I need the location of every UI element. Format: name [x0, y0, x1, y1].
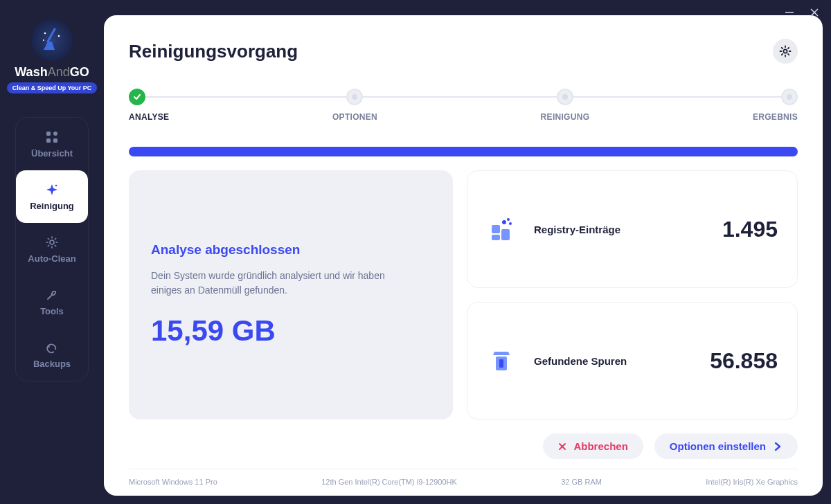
step-dot-icon	[781, 89, 798, 105]
stat-traces-card: Gefundene Spuren 56.858	[467, 302, 798, 420]
settings-button[interactable]	[773, 39, 798, 64]
sidebar-item-label: Auto-Clean	[28, 253, 75, 264]
footer-cpu: 12th Gen Intel(R) Core(TM) i9-12900HK	[321, 478, 457, 486]
analysis-headline: Analyse abgeschlossen	[151, 242, 431, 258]
step-progress: ANALYSE OPTIONEN REINIGUNG ERGEBNIS	[129, 89, 798, 122]
step-dot-icon	[346, 89, 363, 105]
sidebar-item-autoclean[interactable]: Auto-Clean	[16, 223, 88, 276]
stat-value: 56.858	[710, 348, 778, 374]
app-tagline: Clean & Speed Up Your PC	[7, 82, 98, 93]
close-icon	[558, 442, 566, 451]
svg-point-4	[44, 33, 46, 35]
step-analyse: ANALYSE	[129, 89, 169, 122]
broom-icon	[31, 19, 73, 61]
svg-rect-8	[53, 132, 57, 136]
step-label: ERGEBNIS	[753, 112, 798, 122]
svg-rect-14	[492, 225, 500, 233]
system-info-footer: Microsoft Windows 11 Pro 12th Gen Intel(…	[129, 469, 798, 486]
step-label: REINIGUNG	[541, 112, 590, 122]
svg-point-13	[783, 49, 787, 53]
step-options: OPTIONEN	[332, 89, 377, 122]
svg-rect-7	[46, 132, 51, 136]
sidebar-item-label: Backups	[33, 359, 71, 369]
wrench-icon	[45, 288, 59, 302]
footer-ram: 32 GB RAM	[561, 478, 602, 486]
svg-point-17	[502, 220, 506, 224]
gear-icon	[779, 45, 792, 57]
undo-icon	[45, 341, 59, 354]
svg-rect-16	[501, 229, 510, 240]
stat-value: 1.495	[722, 217, 778, 242]
step-cleaning: REINIGUNG	[541, 89, 590, 122]
footer-os: Microsoft Windows 11 Pro	[129, 478, 217, 486]
gear-icon	[45, 235, 59, 249]
chevron-right-icon	[773, 442, 783, 451]
button-label: Abbrechen	[573, 440, 627, 452]
dashboard-icon	[45, 130, 59, 144]
options-button[interactable]: Optionen einstellen	[654, 433, 798, 459]
close-button[interactable]	[809, 7, 820, 18]
svg-rect-9	[46, 138, 51, 143]
sidebar-item-overview[interactable]: Übersicht	[16, 118, 88, 170]
analysis-size: 15,59 GB	[151, 314, 431, 348]
sidebar-item-backups[interactable]: Backups	[16, 328, 88, 381]
step-label: ANALYSE	[129, 112, 169, 122]
footer-gpu: Intel(R) Iris(R) Xe Graphics	[706, 478, 798, 486]
sidebar-item-tools[interactable]: Tools	[16, 276, 88, 328]
step-result: ERGEBNIS	[753, 89, 798, 122]
page-title: Reinigungsvorgang	[129, 41, 298, 62]
svg-point-12	[50, 240, 54, 244]
sidebar-item-cleaning[interactable]: Reinigung	[16, 170, 88, 223]
app-title: WashAndGO	[15, 65, 89, 80]
analysis-summary-card: Analyse abgeschlossen Dein System wurde …	[129, 170, 453, 420]
svg-point-6	[43, 39, 44, 41]
svg-point-5	[58, 35, 60, 37]
svg-line-3	[48, 29, 55, 42]
stat-registry-card: Registry-Einträge 1.495	[467, 170, 798, 288]
svg-point-18	[507, 218, 510, 221]
svg-point-19	[509, 222, 512, 225]
step-label: OPTIONEN	[332, 112, 377, 122]
sidebar-item-label: Übersicht	[31, 148, 73, 159]
button-label: Optionen einstellen	[670, 440, 766, 452]
sidebar-item-label: Tools	[40, 306, 64, 316]
sidebar-item-label: Reinigung	[30, 201, 74, 211]
svg-rect-21	[499, 359, 503, 368]
trash-icon	[487, 346, 516, 375]
check-icon	[129, 89, 145, 105]
registry-icon	[487, 215, 516, 244]
minimize-button[interactable]	[784, 7, 795, 18]
svg-rect-15	[492, 235, 500, 240]
sparkle-icon	[45, 183, 59, 197]
svg-rect-10	[53, 138, 57, 143]
svg-point-11	[55, 184, 57, 186]
app-logo: WashAndGO Clean & Speed Up Your PC	[7, 19, 98, 93]
cancel-button[interactable]: Abbrechen	[543, 433, 643, 459]
stat-label: Gefundene Spuren	[534, 355, 627, 367]
analysis-description: Dein System wurde gründlich analysiert u…	[151, 269, 414, 298]
step-dot-icon	[557, 89, 573, 105]
stat-label: Registry-Einträge	[534, 224, 620, 235]
progress-bar	[129, 147, 798, 156]
